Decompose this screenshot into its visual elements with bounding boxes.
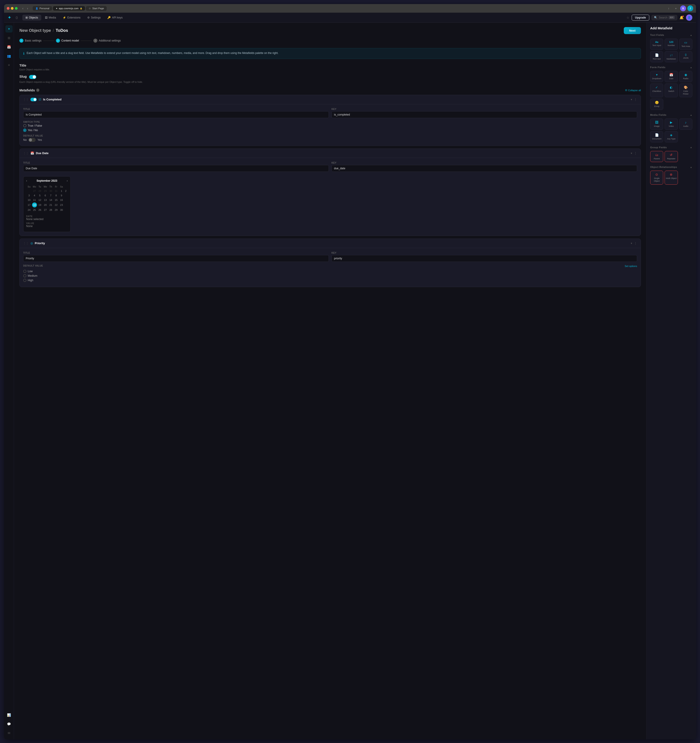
checkbox-tile[interactable]: ✓ Checkbox	[650, 83, 663, 97]
cal-day[interactable]: 6	[43, 194, 48, 197]
add-tab-button[interactable]: +	[673, 5, 679, 11]
cal-day[interactable]	[27, 189, 32, 193]
cal-day[interactable]: 12	[37, 198, 43, 202]
is-completed-toggle[interactable]	[31, 98, 37, 101]
favorite-button[interactable]: ☆	[626, 16, 629, 19]
sidebar-grid-button[interactable]: ⊞	[5, 34, 13, 41]
drag-handle-icon-2[interactable]: ⋮⋮	[23, 152, 29, 155]
parent-tile[interactable]: 🗂 Parent	[650, 151, 663, 162]
cal-day[interactable]: 28	[48, 208, 53, 212]
collapse-all-button[interactable]: ⊟ Collapse all	[625, 89, 641, 92]
radio-yes-no[interactable]: Yes / No	[23, 129, 637, 132]
cal-day[interactable]: 8	[54, 194, 59, 197]
user-avatar-button[interactable]: B	[680, 5, 686, 11]
cal-day[interactable]: 22	[54, 203, 59, 207]
cal-day[interactable]: 19	[37, 203, 43, 207]
calendar-prev-button[interactable]: ‹	[26, 179, 27, 182]
radio-tile[interactable]: ◉ Radio	[679, 71, 692, 82]
cal-day[interactable]: 27	[43, 208, 48, 212]
nav-tab-objects[interactable]: ⊞ Objects	[22, 15, 41, 21]
any-type-tile[interactable]: ◈ Any Type	[665, 131, 678, 142]
single-object-tile[interactable]: ⊙ Single Object	[650, 171, 663, 184]
is-completed-key-input[interactable]	[331, 111, 637, 118]
priority-option-high[interactable]: High	[23, 279, 637, 282]
nav-collapse-button[interactable]: ⟨⟩	[15, 15, 19, 20]
calendar-next-button[interactable]: ›	[67, 179, 68, 182]
close-window-button[interactable]	[7, 7, 9, 10]
next-button[interactable]: Next	[624, 27, 641, 34]
nav-tab-media[interactable]: 🖼 Media	[42, 15, 59, 21]
notifications-button[interactable]: 🔔	[679, 16, 684, 20]
upgrade-button[interactable]: Upgrade	[632, 15, 650, 21]
sidebar-calendar-button[interactable]: 📅	[5, 43, 13, 50]
priority-key-input[interactable]	[331, 255, 637, 262]
sidebar-list-button[interactable]: ≡	[5, 61, 13, 69]
cal-day[interactable]: 30	[59, 208, 64, 212]
priority-option-low[interactable]: Low	[23, 270, 637, 273]
user-profile-button[interactable]: 👤	[686, 15, 692, 21]
sidebar-mail-button[interactable]: ✉	[5, 730, 13, 737]
sidebar-message-button[interactable]: 💬	[5, 721, 13, 728]
metafield-header-priority[interactable]: ⋮⋮ ◎ Priority ▾ ⋮	[20, 239, 641, 248]
share-button[interactable]: ↑	[666, 5, 672, 11]
maximize-window-button[interactable]	[15, 7, 18, 10]
switch-tile[interactable]: ◐ Switch	[665, 83, 678, 97]
cal-day[interactable]: 7	[48, 194, 53, 197]
cal-day[interactable]: 5	[37, 194, 43, 197]
priority-menu-button[interactable]: ⋮	[634, 241, 637, 245]
due-date-menu-button[interactable]: ⋮	[634, 151, 637, 155]
sidebar-home-button[interactable]: ✦	[5, 25, 13, 33]
sidebar-chart-button[interactable]: 📊	[5, 711, 13, 719]
audio-tile[interactable]: ♪ Audio	[679, 118, 692, 130]
cal-day[interactable]: 1	[59, 189, 64, 193]
priority-option-medium[interactable]: Medium	[23, 274, 637, 277]
due-date-key-input[interactable]	[331, 165, 637, 172]
metafields-help-icon[interactable]: ?	[36, 89, 40, 92]
emoji-tile[interactable]: 😊 Emoji	[650, 99, 663, 110]
cal-day[interactable]: 30	[48, 189, 53, 193]
browser-tab-cosmicjs[interactable]: ✦ app.cosmicjs.com 🔒	[53, 6, 85, 10]
metafield-header-is-completed[interactable]: ⋮⋮ ☑ Is Completed ▾ ⋮	[20, 95, 641, 104]
repeater-tile[interactable]: ↺ Repeater	[665, 151, 678, 162]
cal-day[interactable]: 28	[37, 189, 43, 193]
minimize-window-button[interactable]	[11, 7, 13, 10]
cal-day[interactable]: 16	[59, 198, 64, 202]
text-input-tile[interactable]: Aa Text Input	[650, 38, 663, 50]
browser-tab-personal[interactable]: 👤 Personal	[33, 6, 52, 10]
field-menu-button[interactable]: ⋮	[634, 98, 637, 101]
image-tile[interactable]: 🖼 Image	[650, 118, 663, 130]
json-tile[interactable]: {} JSON	[679, 51, 692, 62]
cal-day[interactable]: 11	[32, 198, 37, 202]
cal-day[interactable]: 13	[43, 198, 48, 202]
drag-handle-icon[interactable]: ⋮⋮	[23, 98, 29, 101]
cal-day[interactable]: 29	[43, 189, 48, 193]
radio-true-false[interactable]: True / False	[23, 124, 637, 127]
date-tile[interactable]: 📅 Date	[665, 71, 678, 82]
cal-day[interactable]: 25	[32, 208, 37, 212]
cal-day[interactable]: 4	[32, 194, 37, 197]
forward-button[interactable]: ›	[26, 6, 29, 11]
priority-title-input[interactable]	[23, 255, 329, 262]
cal-day[interactable]: 24	[27, 208, 32, 212]
drag-handle-icon-3[interactable]: ⋮⋮	[23, 242, 29, 245]
cal-day[interactable]: 20	[43, 203, 48, 207]
text-area-tile[interactable]: ▭ Text Area	[679, 38, 692, 50]
cal-day[interactable]: 17	[27, 203, 32, 207]
cal-day[interactable]: 26	[37, 208, 43, 212]
cal-day[interactable]: 27	[32, 189, 37, 193]
number-tile[interactable]: 123 Number	[665, 38, 678, 50]
cal-day[interactable]: 3	[27, 194, 32, 197]
back-button[interactable]: ‹	[21, 6, 25, 11]
cal-day[interactable]: 10	[27, 198, 32, 202]
multi-object-tile[interactable]: ⊛ Multi Object	[665, 171, 678, 184]
document-tile[interactable]: 📄 Document	[650, 131, 663, 142]
cal-day[interactable]: 2	[65, 189, 67, 193]
markdown-tile[interactable]: ↓↑ Markdown	[665, 51, 678, 62]
user-avatar2-button[interactable]: J	[687, 5, 693, 11]
cal-day[interactable]: 15	[54, 198, 59, 202]
dropdown-tile[interactable]: ▾ Dropdown	[650, 71, 663, 82]
cal-day[interactable]: 23	[59, 203, 64, 207]
rich-text-tile[interactable]: 📄 Rich text	[650, 51, 663, 62]
metafield-header-due-date[interactable]: ⋮⋮ 📅 Due Date ▾ ⋮	[20, 149, 641, 158]
nav-tab-api-keys[interactable]: 🔑 API keys	[104, 15, 126, 21]
